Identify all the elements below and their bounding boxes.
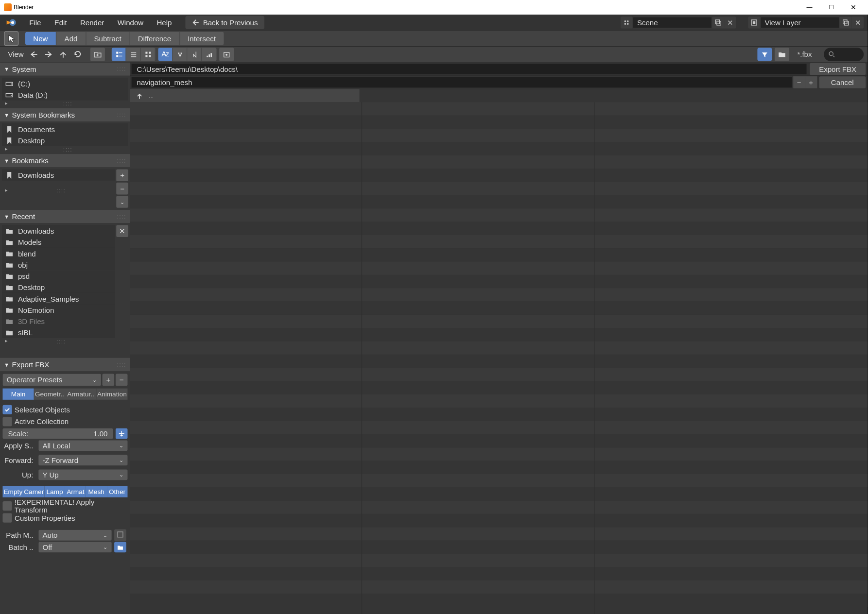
preset-remove-button[interactable]: − <box>116 374 128 386</box>
recent-item[interactable]: Desktop <box>2 282 115 293</box>
up-axis-dropdown[interactable]: Y Up⌄ <box>38 469 127 480</box>
menu-render[interactable]: Render <box>73 15 111 31</box>
batch-own-dir-icon[interactable]: + <box>114 542 126 552</box>
sort-ext-icon[interactable] <box>173 48 187 61</box>
menu-help[interactable]: Help <box>150 15 178 31</box>
viewlayer-delete-button[interactable]: ✕ <box>851 17 864 29</box>
bool-add-button[interactable]: Add <box>56 32 86 45</box>
panel-header-export-fbx[interactable]: ▼ Export FBX :::: <box>0 358 130 371</box>
window-maximize-button[interactable]: ☐ <box>820 0 842 15</box>
file-list[interactable]: .. document.write(Array.from({length:38}… <box>130 89 868 614</box>
export-tab-armature[interactable]: Armatur.. <box>65 389 96 400</box>
type-empty-toggle[interactable]: Empty <box>2 486 23 497</box>
recent-item[interactable]: NoEmotion <box>2 304 115 315</box>
back-to-previous-button[interactable]: Back to Previous <box>185 16 264 29</box>
preset-add-button[interactable]: + <box>103 374 115 386</box>
operator-presets-dropdown[interactable]: Operator Presets ⌄ <box>2 374 101 386</box>
export-tab-animation[interactable]: Animation <box>96 389 127 400</box>
panel-header-bookmarks[interactable]: ▼ Bookmarks :::: <box>0 154 130 167</box>
custom-properties-checkbox[interactable] <box>2 513 12 523</box>
nav-up-icon[interactable] <box>56 48 70 61</box>
nav-back-icon[interactable] <box>27 48 41 61</box>
export-tab-geometry[interactable]: Geometr.. <box>34 389 65 400</box>
batch-mode-dropdown[interactable]: Off⌄ <box>38 542 111 552</box>
sort-alpha-icon[interactable]: Az <box>158 48 173 61</box>
scene-browse-icon[interactable] <box>621 17 633 29</box>
show-hidden-icon[interactable] <box>219 48 234 61</box>
scene-delete-button[interactable]: ✕ <box>724 17 736 29</box>
apply-scale-dropdown[interactable]: All Local⌄ <box>38 440 127 451</box>
create-folder-icon[interactable] <box>90 48 105 61</box>
window-minimize-button[interactable]: — <box>799 0 820 15</box>
recent-item[interactable]: Downloads <box>2 225 115 236</box>
filter-toggle-icon[interactable] <box>757 48 772 61</box>
nav-forward-icon[interactable] <box>41 48 56 61</box>
expand-arrow-icon[interactable]: ▸ <box>2 100 7 106</box>
volume-item-c[interactable]: (C:) <box>2 78 128 89</box>
apply-transform-checkbox[interactable] <box>2 501 12 511</box>
type-other-toggle[interactable]: Other <box>107 486 128 497</box>
bool-intersect-button[interactable]: Intersect <box>180 32 224 45</box>
embed-textures-icon[interactable] <box>114 529 126 541</box>
type-lamp-toggle[interactable]: Lamp <box>44 486 65 497</box>
viewlayer-browse-icon[interactable] <box>748 17 760 29</box>
recent-item[interactable]: psd <box>2 270 115 281</box>
nav-refresh-icon[interactable] <box>70 48 85 61</box>
cancel-button[interactable]: Cancel <box>819 76 866 88</box>
window-close-button[interactable]: ✕ <box>842 0 864 15</box>
sort-time-icon[interactable] <box>187 48 202 61</box>
expand-arrow-icon[interactable]: ▸ <box>2 187 7 193</box>
sort-size-icon[interactable] <box>202 48 217 61</box>
menu-edit[interactable]: Edit <box>48 15 73 31</box>
volume-item-d[interactable]: Data (D:) <box>2 89 128 100</box>
viewlayer-copy-button[interactable] <box>840 17 852 29</box>
bool-difference-button[interactable]: Difference <box>130 32 179 45</box>
export-fbx-button[interactable]: Export FBX <box>810 63 866 75</box>
expand-arrow-icon[interactable]: ▸ <box>2 338 7 344</box>
bookmark-menu-button[interactable]: ⌄ <box>116 196 128 208</box>
panel-header-recent[interactable]: ▼ Recent :::: <box>0 210 130 223</box>
menu-file[interactable]: File <box>22 15 48 31</box>
blender-logo-icon[interactable] <box>4 15 18 30</box>
directory-path-input[interactable] <box>132 63 807 74</box>
display-list-long-icon[interactable] <box>126 48 141 61</box>
display-thumbnails-icon[interactable] <box>141 48 156 61</box>
recent-item[interactable]: 3D Files <box>2 315 115 326</box>
filename-increment-button[interactable]: + <box>805 76 817 88</box>
panel-header-system-bookmarks[interactable]: ▼ System Bookmarks :::: <box>0 108 130 121</box>
type-mesh-toggle[interactable]: Mesh <box>86 486 107 497</box>
path-mode-dropdown[interactable]: Auto⌄ <box>38 530 111 541</box>
recent-item[interactable]: blend <box>2 248 115 259</box>
sysbookmark-desktop[interactable]: Desktop <box>2 135 128 146</box>
cursor-tool-icon[interactable] <box>4 31 18 46</box>
bookmark-downloads[interactable]: Downloads <box>2 170 115 181</box>
recent-item[interactable]: Adaptive_Samples <box>2 293 115 304</box>
active-collection-checkbox[interactable] <box>2 417 12 426</box>
scene-name-input[interactable] <box>632 17 712 29</box>
scale-number-field[interactable]: Scale: 1.00 <box>2 428 113 439</box>
panel-header-system[interactable]: ▼ System :::: <box>0 62 130 75</box>
recent-item[interactable]: sIBL <box>2 326 115 338</box>
forward-axis-dropdown[interactable]: -Z Forward⌄ <box>38 455 127 465</box>
selected-objects-checkbox[interactable] <box>2 405 12 414</box>
bool-subtract-button[interactable]: Subtract <box>86 32 130 45</box>
bool-new-button[interactable]: New <box>25 32 56 45</box>
recent-item[interactable]: obj <box>2 259 115 270</box>
bookmark-remove-button[interactable]: − <box>116 183 128 195</box>
recent-clear-button[interactable]: ✕ <box>116 225 128 237</box>
search-input[interactable] <box>824 48 864 61</box>
recent-item[interactable]: Models <box>2 237 115 248</box>
type-camera-toggle[interactable]: Camer <box>23 486 44 497</box>
apply-unit-icon[interactable] <box>116 428 128 439</box>
file-extension-filter[interactable]: *.fbx <box>792 51 817 58</box>
filename-decrement-button[interactable]: − <box>793 76 805 88</box>
view-menu[interactable]: View <box>0 51 27 58</box>
scene-copy-button[interactable] <box>712 17 724 29</box>
parent-directory-row[interactable]: .. <box>130 89 360 102</box>
sysbookmark-documents[interactable]: Documents <box>2 123 128 135</box>
bookmark-add-button[interactable]: + <box>116 170 128 182</box>
filename-input[interactable] <box>132 77 792 87</box>
filter-folder-icon[interactable] <box>775 48 789 61</box>
export-tab-main[interactable]: Main <box>2 389 34 400</box>
display-list-short-icon[interactable] <box>112 48 126 61</box>
